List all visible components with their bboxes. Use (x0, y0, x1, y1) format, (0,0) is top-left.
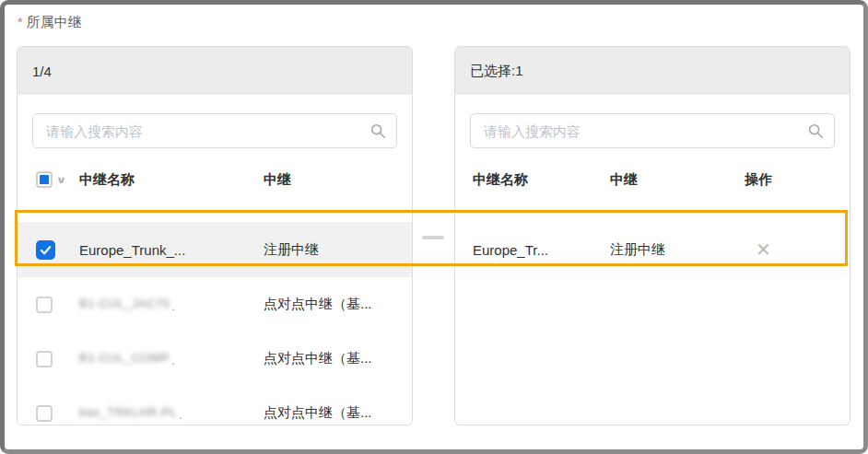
search-icon (369, 122, 386, 139)
row-checkbox-checked[interactable] (36, 240, 55, 260)
target-table-header: 中继名称 中继 操作 (455, 157, 850, 202)
row-type: 注册中继 (264, 241, 412, 259)
row-checkbox[interactable] (36, 297, 53, 313)
table-row[interactable]: bas_TRKLHR.PL. 点对点中继（基... (18, 386, 412, 425)
row-checkbox[interactable] (36, 351, 53, 367)
select-all-checkbox[interactable] (36, 171, 53, 188)
chevron-down-icon[interactable]: ∨ (56, 174, 67, 186)
row-name-redacted: bas_TRKLHR.PL (79, 405, 177, 419)
field-label: *所属中继 (18, 14, 82, 31)
source-search-input[interactable] (32, 113, 397, 148)
trunk-transfer-widget: *所属中继 1/4 ∨ 中继名称 中继 (0, 0, 868, 454)
table-row[interactable]: Europe_Tr... 注册中继 ✕ (455, 222, 850, 277)
remove-icon[interactable]: ✕ (756, 239, 771, 261)
row-name-redacted: B1-CUL_JAC75 (79, 297, 170, 310)
target-search (470, 113, 835, 148)
table-row[interactable]: Europe_Trunk_... 注册中继 (18, 222, 412, 277)
target-col-type: 中继 (610, 171, 745, 189)
source-panel-header: 1/4 (18, 47, 412, 95)
row-checkbox[interactable] (36, 405, 53, 422)
search-icon (807, 122, 824, 139)
row-name: Europe_Trunk_... (79, 242, 264, 258)
table-row[interactable]: B1-CUL_COMP. 点对点中继（基... (18, 332, 412, 386)
row-type: 注册中继 (610, 241, 745, 259)
row-type: 点对点中继（基... (264, 404, 412, 422)
target-col-name: 中继名称 (473, 171, 610, 189)
row-name-redacted: B1-CUL_COMP (79, 351, 170, 365)
table-row[interactable]: B1-CUL_JAC75. 点对点中继（基... (18, 277, 412, 332)
source-rows: Europe_Trunk_... 注册中继 B1-CUL_JAC75. 点对点中… (18, 222, 412, 425)
target-col-action: 操作 (745, 171, 850, 189)
source-count-label: 1/4 (32, 64, 52, 79)
source-search (32, 113, 397, 148)
required-asterisk: * (18, 14, 23, 29)
row-type: 点对点中继（基... (264, 296, 412, 313)
field-label-text: 所属中继 (27, 14, 82, 29)
target-panel: 已选择:1 中继名称 中继 操作 Europe_Tr... 注册中继 ✕ (454, 46, 850, 425)
source-col-name: 中继名称 (79, 171, 264, 189)
link-dash-icon (422, 236, 444, 239)
source-panel: 1/4 ∨ 中继名称 中继 Eur (17, 46, 413, 425)
selected-count-label: 已选择:1 (470, 63, 523, 80)
row-name: Europe_Tr... (473, 242, 610, 258)
source-table-header: ∨ 中继名称 中继 (18, 157, 412, 202)
target-search-input[interactable] (470, 113, 835, 148)
target-rows: Europe_Tr... 注册中继 ✕ (455, 222, 850, 277)
row-type: 点对点中继（基... (264, 350, 412, 367)
target-panel-header: 已选择:1 (455, 47, 850, 95)
source-col-type: 中继 (264, 171, 412, 189)
